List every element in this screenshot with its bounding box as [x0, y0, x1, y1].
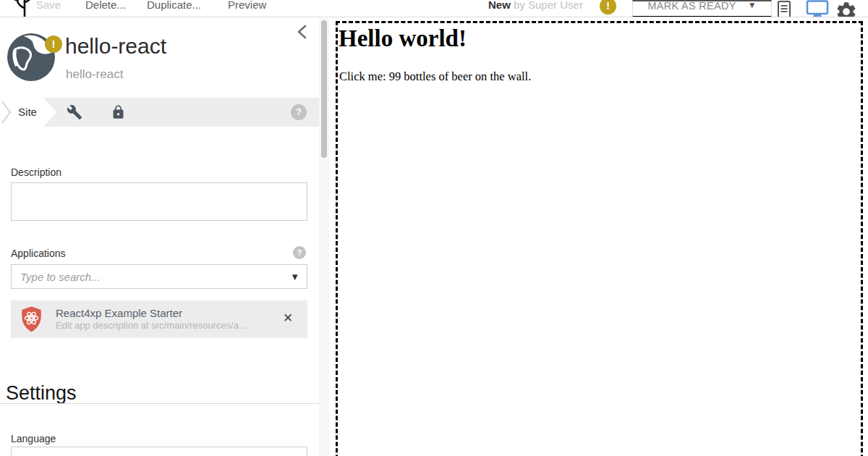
workflow-alert-icon: !: [600, 0, 616, 14]
tab-site-label: Site: [12, 98, 43, 127]
content-studio-window: Save Delete... Duplicate... Preview New …: [0, 0, 868, 456]
lock-icon: [111, 111, 126, 122]
selected-app-row: React4xp Example Starter Edit app descri…: [11, 300, 307, 338]
toolbar: Save Delete... Duplicate... Preview New …: [0, 0, 868, 17]
tab-security-step[interactable]: [111, 104, 126, 120]
mark-as-ready-button[interactable]: MARK AS READY ▼: [632, 0, 772, 17]
preview-button[interactable]: Preview: [228, 0, 266, 12]
app-name: React4xp Example Starter: [56, 307, 182, 320]
help-icon[interactable]: ?: [291, 104, 307, 120]
content-path: hello-react: [66, 67, 123, 82]
status-state: New: [488, 0, 511, 11]
collapse-panel-button[interactable]: [294, 24, 311, 41]
enonic-logo-icon: [9, 0, 40, 17]
live-edit-toggle-button[interactable]: [806, 0, 829, 17]
settings-divider: [0, 403, 319, 404]
react4xp-app-icon: [20, 305, 43, 336]
in-progress-badge: !: [45, 35, 62, 53]
mark-as-ready-label: MARK AS READY: [647, 0, 736, 12]
wizard-step-bar: Site ?: [0, 98, 319, 127]
page-title: hello-react: [65, 34, 166, 59]
settings-heading: Settings: [6, 382, 77, 404]
content-status: New by Super User: [488, 0, 583, 12]
preview-panel: Hello world! Click me: 99 bottles of bee…: [329, 18, 868, 456]
delete-button[interactable]: Delete...: [85, 0, 126, 12]
remove-app-button[interactable]: ✕: [283, 310, 293, 327]
dropdown-caret-icon[interactable]: ▼: [290, 271, 299, 283]
details-icon: [777, 10, 791, 17]
chevron-left-icon: [295, 31, 310, 42]
status-author: by Super User: [514, 0, 583, 11]
description-label: Description: [11, 167, 61, 178]
page-paragraph: Click me: 99 bottles of beer on the wall…: [339, 69, 861, 83]
step-chevron-icon: [1, 98, 13, 130]
panel-scrollbar-track[interactable]: [319, 18, 329, 456]
applications-label: Applications: [11, 248, 66, 259]
gear-icon: [835, 14, 858, 17]
applications-combobox: ▼: [11, 264, 307, 289]
duplicate-button[interactable]: Duplicate...: [147, 0, 201, 12]
app-description: Edit app description at src/main/resourc…: [56, 320, 273, 332]
page-editor-region[interactable]: Hello world! Click me: 99 bottles of bee…: [336, 21, 863, 456]
monitor-icon: [806, 10, 829, 17]
page-heading: Hello world!: [339, 25, 861, 52]
app-search-input[interactable]: [12, 265, 307, 288]
content-editor-panel: ! hello-react hello-react Site: [0, 18, 329, 456]
panel-scrollbar-thumb[interactable]: [321, 20, 327, 158]
language-label: Language: [11, 434, 56, 444]
save-button[interactable]: Save: [36, 0, 61, 12]
wrench-icon: [67, 111, 82, 122]
caret-down-icon: ▼: [748, 0, 757, 11]
launcher-gear-button[interactable]: [835, 0, 858, 17]
language-input[interactable]: [11, 447, 307, 456]
tab-settings-step[interactable]: [67, 104, 82, 120]
applications-help-icon[interactable]: ?: [293, 246, 306, 259]
description-textarea[interactable]: [11, 182, 307, 221]
content-details-toggle-button[interactable]: [777, 0, 791, 17]
